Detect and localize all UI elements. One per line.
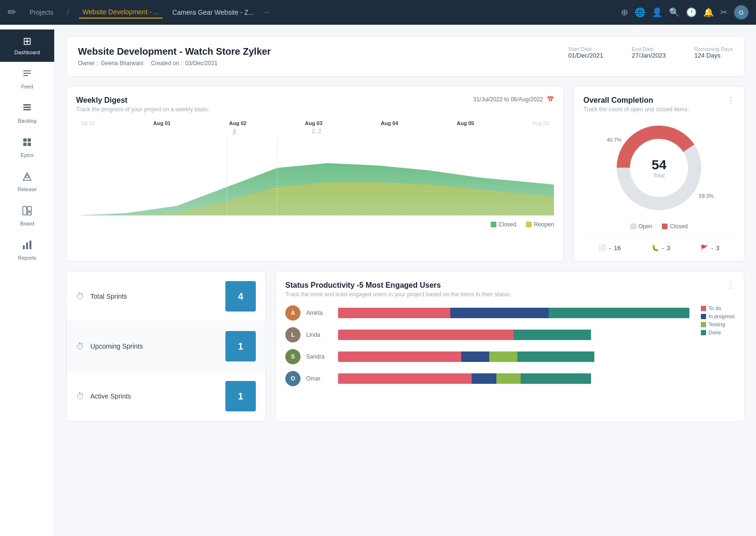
prod-subtitle: Track the most and least engaged users i…: [285, 291, 511, 298]
legend-testing: Testing: [701, 322, 735, 327]
legend-inprogress: In progress: [701, 313, 735, 319]
legend-closed-label: Closed: [499, 221, 516, 228]
stat-separator-2: -: [662, 244, 664, 252]
calendar-icon[interactable]: 📅: [547, 96, 554, 103]
total-sprints-count: 4: [225, 281, 256, 312]
sidebar-item-dashboard[interactable]: ⊞ Dashboard: [0, 29, 54, 62]
svg-rect-5: [23, 109, 31, 110]
sidebar-epics-label: Epics: [21, 152, 34, 158]
content-row-1: Weekly Digest Track the progress of your…: [66, 86, 745, 262]
sidebar-item-board[interactable]: Board: [0, 199, 54, 233]
nav-website-dev[interactable]: Website Development - ...: [79, 6, 163, 19]
weekly-digest-subtitle: Track the progress of your project on a …: [76, 106, 209, 113]
stat-docs-count: 16: [614, 244, 620, 252]
nav-projects[interactable]: Projects: [26, 7, 58, 18]
sprint-item-total: ⏱ Total Sprints 4: [67, 272, 265, 322]
legend-closed-completion-label: Closed: [670, 223, 688, 230]
sidebar-item-release[interactable]: Release: [0, 165, 54, 199]
legend-reopen-label: Reopen: [534, 221, 554, 228]
stat-flags-count: 3: [716, 244, 719, 252]
flag-icon: 🚩: [700, 244, 708, 252]
productivity-card: Status Productivity -5 Most Engaged User…: [275, 271, 745, 422]
project-title: Website Development - Watch Store Zylker: [78, 46, 568, 57]
project-meta: Owner : Geena Bharwani Created on : 03/D…: [78, 60, 568, 67]
weekly-date-range: 31/Jul/2022 to 06/Aug/2022 📅: [473, 96, 554, 103]
nav-more-button[interactable]: ···: [263, 8, 270, 17]
bell-icon[interactable]: 🔔: [703, 7, 714, 18]
svg-rect-17: [29, 241, 31, 249]
dashboard-icon: ⊞: [23, 36, 31, 47]
docs-icon: 📄: [599, 244, 606, 252]
donut-total: 54: [651, 157, 666, 173]
active-sprints-count: 1: [225, 381, 256, 411]
sprint-item-upcoming: ⏱ Upcoming Sprints 1: [67, 322, 265, 371]
top-nav: ✏ Projects / Website Development - ... C…: [0, 0, 756, 25]
bar-row-omar: O Omar: [285, 371, 689, 386]
sidebar-backlog-label: Backlog: [18, 118, 36, 124]
bar-row-sandra: S Sandra: [285, 349, 689, 364]
name-omar: Omar: [306, 375, 332, 382]
user-icon[interactable]: 👤: [652, 7, 662, 18]
bars-omar: [338, 373, 689, 384]
svg-rect-14: [28, 212, 31, 215]
remaining-days-label: Remaining Days: [694, 46, 733, 52]
total-sprints-label: Total Sprints: [90, 292, 127, 300]
sprint-item-active: ⏱ Active Sprints 1: [67, 371, 265, 421]
svg-rect-13: [28, 206, 31, 211]
svg-rect-3: [23, 104, 31, 106]
bar-chart-area: A Amirta L Linda: [285, 305, 689, 386]
search-icon[interactable]: 🔍: [669, 7, 679, 18]
clock-icon[interactable]: 🕐: [686, 7, 697, 18]
globe-icon[interactable]: 🌐: [635, 7, 645, 18]
sidebar-release-label: Release: [18, 186, 37, 192]
completion-more-button[interactable]: ⋮: [727, 96, 735, 105]
date-aug01: Aug 01: [153, 120, 171, 126]
avatar-omar: O: [285, 371, 300, 386]
upcoming-sprints-icon: ⏱: [76, 341, 85, 351]
date-jul31: Jul 31: [81, 120, 95, 126]
prod-title: Status Productivity -5 Most Engaged User…: [285, 281, 511, 290]
avatar-sandra: S: [285, 349, 300, 364]
settings-icon[interactable]: ✂: [720, 7, 727, 18]
prod-more-button[interactable]: ⋮: [727, 281, 735, 290]
sidebar: ⊞ Dashboard Feed Backlog Epics Release: [0, 25, 55, 536]
nav-camera-gear[interactable]: Camera Gear Website - Z...: [172, 9, 254, 16]
created-date: 03/Dec/2021: [185, 60, 217, 67]
svg-rect-1: [23, 73, 31, 74]
svg-rect-4: [23, 107, 31, 108]
donut-chart: 54 Total 40.7% 59.3%: [583, 120, 735, 215]
legend-todo: To do: [701, 305, 735, 311]
nav-logo-icon: ✏: [8, 6, 16, 19]
user-avatar[interactable]: G: [734, 5, 748, 19]
date-aug05: Aug 05: [456, 120, 474, 126]
date-range-text: 31/Jul/2022 to 06/Aug/2022: [473, 96, 543, 103]
sidebar-item-epics[interactable]: Epics: [0, 130, 54, 165]
bars-amirta: [338, 308, 689, 318]
bar-row-linda: L Linda: [285, 327, 689, 342]
legend-closed: Closed: [491, 221, 516, 228]
completion-stats: 📄 - 16 🐛 - 3 🚩 - 3: [583, 237, 735, 252]
sidebar-item-backlog[interactable]: Backlog: [0, 96, 54, 130]
add-icon[interactable]: ⊕: [621, 7, 628, 18]
weekly-chart: [76, 139, 554, 215]
legend-todo-label: To do: [708, 305, 721, 311]
bar-row-amirta: A Amirta: [285, 305, 689, 321]
stat-bugs-count: 3: [667, 244, 670, 252]
weekly-digest-title: Weekly Digest: [76, 96, 209, 105]
aug02-sub: 4: [233, 128, 236, 135]
svg-rect-12: [23, 206, 27, 215]
sidebar-item-reports[interactable]: Reports: [0, 233, 54, 267]
avatar-amirta: A: [285, 305, 300, 321]
closed-pct-label: 40.7%: [607, 137, 621, 143]
legend-open-label: Open: [639, 223, 652, 230]
svg-rect-0: [23, 70, 31, 71]
svg-rect-6: [23, 138, 27, 142]
sidebar-item-feed[interactable]: Feed: [0, 62, 54, 96]
completion-subtitle: Track the count of open and closed items…: [583, 106, 689, 113]
legend-inprogress-label: In progress: [708, 313, 735, 319]
legend-open: Open: [630, 223, 652, 230]
svg-rect-8: [23, 143, 27, 146]
created-label: Created on :: [151, 60, 182, 67]
start-date-value: 01/Dec/2021: [568, 52, 603, 59]
prod-legend: To do In progress Testing Done: [701, 305, 735, 335]
